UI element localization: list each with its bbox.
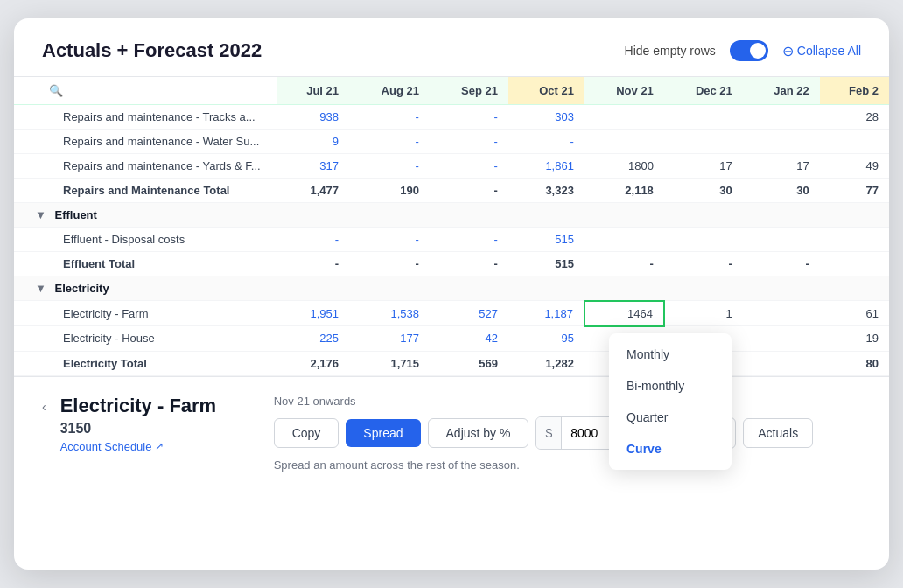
spread-button[interactable]: Spread: [346, 419, 420, 447]
cell[interactable]: 42: [430, 326, 508, 352]
collapse-chevron-icon[interactable]: ‹: [42, 400, 46, 414]
cell[interactable]: 938: [276, 105, 349, 130]
cell[interactable]: 17: [743, 154, 820, 178]
cell[interactable]: 225: [276, 326, 349, 352]
cell[interactable]: [743, 130, 820, 154]
section-toggle[interactable]: ▼: [35, 282, 46, 295]
cell[interactable]: 77: [820, 178, 889, 203]
cell[interactable]: -: [508, 130, 584, 154]
table-row-electricity-house: Electricity - House 225 177 42 95 118 19: [14, 326, 889, 352]
cell[interactable]: -: [430, 228, 508, 252]
section-spacer: [276, 276, 889, 301]
cell[interactable]: 80: [820, 351, 889, 375]
dropdown-item-curve[interactable]: Curve: [609, 433, 732, 465]
cell[interactable]: [743, 351, 820, 375]
cell[interactable]: [584, 130, 664, 154]
cell[interactable]: 177: [349, 326, 430, 352]
section-header-electricity: ▼ Electricity: [14, 276, 889, 301]
cell[interactable]: 317: [276, 154, 349, 178]
dropdown-item-quarter[interactable]: Quarter: [609, 402, 732, 433]
col-jan22: Jan 22: [743, 77, 820, 105]
cell[interactable]: [820, 228, 889, 252]
hide-empty-label: Hide empty rows: [625, 44, 716, 58]
cell[interactable]: 2,176: [276, 351, 349, 375]
spread-description: Spread an amount across the rest of the …: [274, 458, 861, 472]
dropdown-item-monthly[interactable]: Monthly: [609, 339, 732, 370]
col-label: [14, 77, 276, 105]
cell[interactable]: 569: [430, 351, 508, 375]
cell[interactable]: [743, 301, 820, 326]
section-label: ▼ Effluent: [14, 203, 276, 228]
cell[interactable]: [743, 105, 820, 130]
row-label: Electricity Total: [14, 351, 276, 375]
cell[interactable]: 17: [664, 154, 743, 178]
cell[interactable]: 1: [664, 301, 743, 326]
cell[interactable]: 9: [276, 130, 349, 154]
cell[interactable]: -: [349, 252, 430, 276]
cell[interactable]: 1,187: [508, 301, 584, 326]
cell[interactable]: 1,861: [508, 154, 584, 178]
adjust-button[interactable]: Adjust by %: [428, 418, 529, 448]
cell[interactable]: -: [349, 130, 430, 154]
cell[interactable]: 95: [508, 326, 584, 352]
cell[interactable]: [664, 130, 743, 154]
cell[interactable]: [664, 105, 743, 130]
cell[interactable]: -: [743, 252, 820, 276]
cell[interactable]: [743, 326, 820, 352]
cell[interactable]: -: [584, 252, 664, 276]
cell[interactable]: -: [430, 154, 508, 178]
cell[interactable]: -: [430, 105, 508, 130]
section-header-effluent: ▼ Effluent: [14, 203, 889, 228]
cell[interactable]: 1,282: [508, 351, 584, 375]
cell[interactable]: 515: [508, 252, 584, 276]
curve-dropdown: Monthly Bi-monthly Quarter Curve: [609, 333, 732, 470]
cell[interactable]: 49: [820, 154, 889, 178]
cell[interactable]: -: [430, 178, 508, 203]
cell[interactable]: -: [430, 130, 508, 154]
cell[interactable]: [584, 228, 664, 252]
cell[interactable]: 527: [430, 301, 508, 326]
cell[interactable]: -: [276, 252, 349, 276]
cell[interactable]: [584, 105, 664, 130]
cell[interactable]: 1,477: [276, 178, 349, 203]
cell[interactable]: 3,323: [508, 178, 584, 203]
cell[interactable]: -: [349, 154, 430, 178]
cell[interactable]: [820, 130, 889, 154]
search-input[interactable]: [49, 84, 224, 97]
cell[interactable]: [820, 252, 889, 276]
section-toggle[interactable]: ▼: [35, 208, 46, 221]
cell[interactable]: 1,951: [276, 301, 349, 326]
collapse-all-button[interactable]: ⊖ Collapse All: [782, 43, 861, 60]
cell[interactable]: 303: [508, 105, 584, 130]
cell[interactable]: 190: [349, 178, 430, 203]
cell[interactable]: 515: [508, 228, 584, 252]
header: Actuals + Forecast 2022 Hide empty rows …: [14, 18, 889, 76]
main-window: Actuals + Forecast 2022 Hide empty rows …: [14, 18, 889, 570]
table-row: Repairs and maintenance - Tracks a... 93…: [14, 105, 889, 130]
table-row: Repairs and maintenance - Yards & F... 3…: [14, 154, 889, 178]
cell[interactable]: 30: [743, 178, 820, 203]
account-schedule-link[interactable]: Account Schedule ↗: [60, 440, 164, 453]
cell[interactable]: 1,538: [349, 301, 430, 326]
cell[interactable]: [664, 228, 743, 252]
cell[interactable]: 1,715: [349, 351, 430, 375]
dropdown-item-bimonthly[interactable]: Bi-monthly: [609, 370, 732, 402]
cell[interactable]: 30: [664, 178, 743, 203]
cell[interactable]: 2,118: [584, 178, 664, 203]
actuals-button[interactable]: Actuals: [743, 418, 813, 448]
cell[interactable]: -: [349, 228, 430, 252]
hide-empty-toggle[interactable]: [730, 40, 768, 61]
copy-button[interactable]: Copy: [274, 418, 340, 448]
cell-active[interactable]: 1464: [584, 301, 664, 326]
cell[interactable]: -: [430, 252, 508, 276]
bottom-panel: ‹ Electricity - Farm 3150 Account Schedu…: [14, 376, 889, 489]
cell[interactable]: 1800: [584, 154, 664, 178]
cell[interactable]: [743, 228, 820, 252]
cell[interactable]: -: [349, 105, 430, 130]
cell[interactable]: 61: [820, 301, 889, 326]
table-row: Effluent - Disposal costs - - - 515: [14, 228, 889, 252]
cell[interactable]: 28: [820, 105, 889, 130]
cell[interactable]: 19: [820, 326, 889, 352]
cell[interactable]: -: [276, 228, 349, 252]
cell[interactable]: -: [664, 252, 743, 276]
